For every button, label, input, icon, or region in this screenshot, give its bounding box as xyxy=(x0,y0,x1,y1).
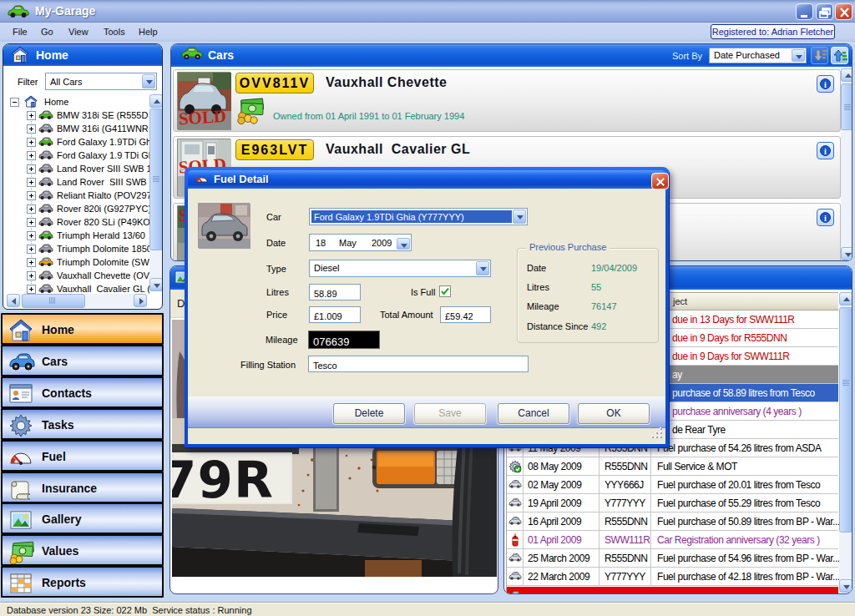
scroll-up-icon[interactable] xyxy=(839,292,852,305)
close-button[interactable] xyxy=(835,3,852,20)
expand-icon[interactable] xyxy=(27,231,36,240)
scrollbar-thumb[interactable] xyxy=(841,83,852,130)
dialog-titlebar[interactable]: Fuel Detail xyxy=(188,170,665,189)
info-button[interactable]: i xyxy=(817,142,834,159)
tree-item[interactable]: Triumph Dolomite (SW xyxy=(4,255,149,269)
cars-vertical-scrollbar[interactable] xyxy=(841,68,852,260)
tree-item[interactable]: BMW 318i SE (R555D xyxy=(4,109,149,122)
tree-vertical-scrollbar[interactable] xyxy=(149,94,163,291)
total-amount-input[interactable] xyxy=(440,306,491,323)
tree-item-label[interactable]: Land Rover SIII SWB xyxy=(57,177,147,187)
nav-button[interactable]: Values xyxy=(1,534,164,566)
date-month[interactable]: May xyxy=(339,238,357,248)
tree-item-label[interactable]: Vauxhall Chevette (OV xyxy=(57,270,149,280)
sort-ascending-button[interactable] xyxy=(831,47,848,64)
collapse-icon[interactable] xyxy=(10,98,19,107)
menu-help[interactable]: Help xyxy=(139,27,158,37)
tree-item[interactable]: Triumph Herald 13/60 xyxy=(4,229,149,242)
save-button[interactable]: Save xyxy=(414,403,486,424)
mileage-input[interactable] xyxy=(308,331,380,349)
date-picker[interactable]: 18 May 2009 xyxy=(309,234,412,251)
expand-icon[interactable] xyxy=(27,164,36,174)
event-row[interactable]: 19 April 2009Y777YYYFuel purchase of 55.… xyxy=(507,494,838,512)
restore-button[interactable] xyxy=(816,3,833,20)
tree-item-label[interactable]: Rover 820i (G927PYC) xyxy=(57,204,149,214)
car-row[interactable]: SOLDOVV811VVauxhall ChevetteOwned from 0… xyxy=(173,69,841,132)
tree-item[interactable]: Reliant Rialto (POV297 xyxy=(4,189,149,202)
menu-tools[interactable]: Tools xyxy=(104,27,125,37)
event-row[interactable]: 08 May 2009R555DNNFull Service & MOT xyxy=(507,457,838,476)
tree-item[interactable]: Rover 820i (G927PYC) xyxy=(4,202,149,215)
event-row[interactable] xyxy=(507,586,838,594)
info-button[interactable]: i xyxy=(817,209,834,226)
tree-root-label[interactable]: Home xyxy=(44,97,68,107)
expand-icon[interactable] xyxy=(27,124,36,134)
sort-descending-button[interactable] xyxy=(811,47,828,64)
nav-button[interactable]: Gallery xyxy=(1,502,164,534)
chevron-down-icon[interactable] xyxy=(792,49,805,62)
event-row[interactable]: 01 April 2009SWW111RCar Registration ann… xyxy=(507,531,838,549)
expand-icon[interactable] xyxy=(27,258,36,267)
expand-icon[interactable] xyxy=(27,138,36,147)
litres-input[interactable] xyxy=(309,284,361,300)
filter-combobox[interactable]: All Cars xyxy=(45,73,157,90)
scrollbar-thumb[interactable] xyxy=(839,307,852,533)
tree-item-label[interactable]: Triumph Dolomite 1850 xyxy=(57,244,149,254)
nav-button[interactable]: Fuel xyxy=(1,440,164,472)
tree-item[interactable]: Triumph Dolomite 1850 xyxy=(4,242,149,255)
sort-combobox[interactable]: Date Purchased xyxy=(709,48,807,63)
tree-item-label[interactable]: BMW 316i (G411WNR xyxy=(57,124,149,134)
nav-button[interactable]: Home xyxy=(1,313,164,345)
tree-item-label[interactable]: Ford Galaxy 1.9TDi Gh xyxy=(57,137,149,147)
filling-station-input[interactable] xyxy=(308,356,529,372)
car-combobox[interactable]: Ford Galaxy 1.9TDi Ghia (Y777YYY) xyxy=(309,208,528,225)
expand-icon[interactable] xyxy=(27,204,36,214)
tree-horizontal-scrollbar[interactable] xyxy=(7,294,147,308)
expand-icon[interactable] xyxy=(27,271,36,280)
tree-item-label[interactable]: Triumph Dolomite (SW xyxy=(57,257,149,267)
info-button[interactable]: i xyxy=(817,75,834,93)
tree-root-home[interactable]: Home xyxy=(4,95,149,109)
event-row[interactable]: 25 March 2009R555DNNFuel purchase of 54.… xyxy=(507,549,838,568)
expand-icon[interactable] xyxy=(27,285,36,294)
scroll-up-icon[interactable] xyxy=(841,68,852,82)
expand-icon[interactable] xyxy=(27,245,36,254)
tree-item[interactable]: Land Rover SIII SWB 1 xyxy=(4,162,149,175)
tree-item-label[interactable]: Triumph Herald 13/60 xyxy=(57,230,145,240)
menu-view[interactable]: View xyxy=(68,27,89,37)
date-year[interactable]: 2009 xyxy=(372,238,392,248)
nav-button[interactable]: Cars xyxy=(1,345,164,376)
event-row[interactable]: 02 May 2009YYY666JFuel purchase of 20.01… xyxy=(507,476,838,494)
event-row[interactable]: 22 March 2009Y777YYYFuel purchase of 42.… xyxy=(507,568,838,586)
type-combobox[interactable]: Diesel xyxy=(309,260,491,277)
scroll-down-icon[interactable] xyxy=(841,247,852,260)
chevron-down-icon[interactable] xyxy=(142,74,155,88)
grid-vertical-scrollbar[interactable] xyxy=(839,292,852,593)
nav-button[interactable]: Contacts xyxy=(1,376,164,408)
expand-icon[interactable] xyxy=(27,218,36,227)
expand-icon[interactable] xyxy=(27,191,36,200)
scroll-left-icon[interactable] xyxy=(7,294,20,307)
chevron-down-icon[interactable] xyxy=(513,210,526,224)
event-row[interactable]: 16 April 2009R555DNNFuel purchase of 50.… xyxy=(507,512,838,531)
scroll-right-icon[interactable] xyxy=(134,294,147,307)
tree-item-label[interactable]: Rover 820 SLi (P49KO xyxy=(57,217,149,227)
scroll-down-icon[interactable] xyxy=(839,579,852,593)
tree-item[interactable]: Rover 820 SLi (P49KO xyxy=(4,215,149,229)
subject-column-header[interactable]: ject xyxy=(673,296,687,306)
dialog-close-button[interactable] xyxy=(651,173,669,189)
window-titlebar[interactable]: My-Garage xyxy=(0,0,855,23)
tree-item-label[interactable]: Ford Galaxy 1.9 TDi Gh xyxy=(57,150,149,160)
tree-item-label[interactable]: Reliant Rialto (POV297 xyxy=(57,190,149,200)
scroll-up-icon[interactable] xyxy=(149,94,163,108)
isfull-checkbox[interactable] xyxy=(439,285,451,297)
delete-button[interactable]: Delete xyxy=(333,403,405,424)
tree-item-label[interactable]: Vauxhall Cavalier GL ( xyxy=(57,284,149,294)
tree-item[interactable]: Land Rover SIII SWB xyxy=(4,175,149,189)
scrollbar-thumb[interactable] xyxy=(22,294,85,308)
chevron-down-icon[interactable] xyxy=(476,261,489,275)
expand-icon[interactable] xyxy=(27,151,36,160)
ok-button[interactable]: OK xyxy=(578,403,650,424)
scrollbar-thumb[interactable] xyxy=(149,109,163,250)
menu-file[interactable]: File xyxy=(13,27,28,37)
